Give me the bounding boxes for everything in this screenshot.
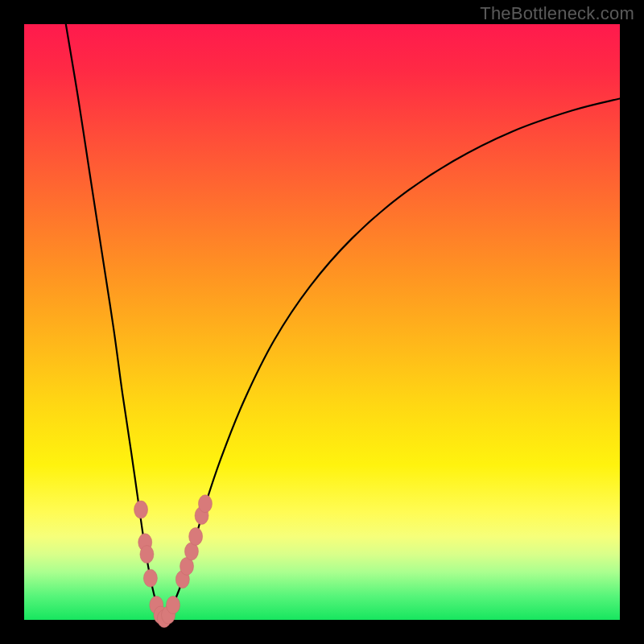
left-branch-path xyxy=(66,24,164,620)
data-marker xyxy=(140,546,154,564)
watermark-text: TheBottleneck.com xyxy=(480,3,634,24)
data-marker xyxy=(143,569,157,587)
markers-group xyxy=(134,495,213,628)
chart-frame: TheBottleneck.com xyxy=(0,0,644,644)
right-branch-path xyxy=(164,99,620,621)
data-marker xyxy=(134,501,148,518)
curve-group xyxy=(66,24,620,620)
data-marker xyxy=(198,495,212,513)
data-marker xyxy=(189,527,203,545)
data-marker xyxy=(167,597,180,614)
chart-svg xyxy=(24,24,620,620)
plot-area xyxy=(24,24,620,620)
